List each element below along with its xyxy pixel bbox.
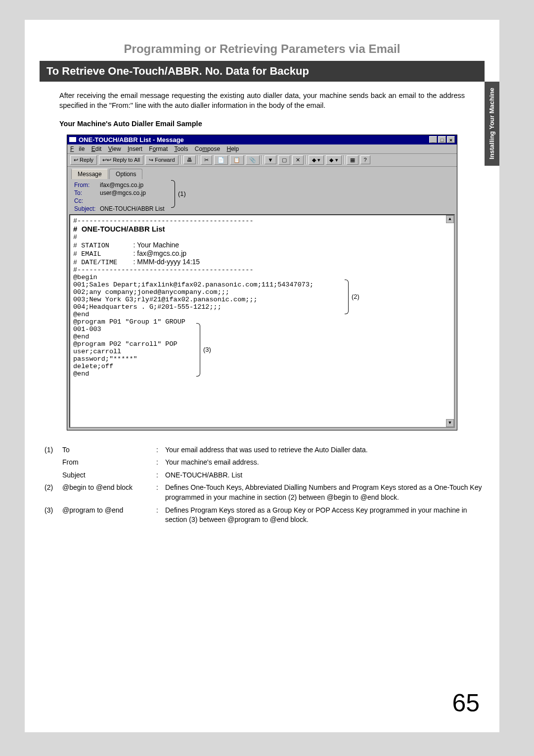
legend-desc: Defines Program Keys stored as a Group K… (165, 506, 487, 525)
restore-button[interactable]: □ (438, 136, 446, 143)
subject-value: ONE-TOUCH/ABBR List (100, 205, 164, 212)
reply-all-button[interactable]: ↩↩ Reply to All (99, 155, 143, 165)
toolbar-separator (306, 155, 307, 164)
menu-file[interactable]: File (70, 145, 85, 152)
paste-button[interactable]: 📋 (230, 155, 244, 165)
legend-num (44, 471, 62, 480)
from-value: ifax@mgcs.co.jp (100, 182, 143, 189)
close-button[interactable]: × (447, 136, 455, 143)
legend-num: (3) (44, 506, 62, 525)
menu-compose[interactable]: Compose (195, 145, 220, 152)
scroll-down[interactable]: ▼ (446, 419, 454, 427)
legend-key: @begin to @end block (62, 483, 156, 502)
window-title: ONE-TOUCH/ABBR List - Message (79, 136, 184, 143)
legend-colon: : (156, 471, 165, 480)
minimize-button[interactable]: _ (429, 136, 437, 143)
legend-row: (1) To : Your email address that was use… (44, 445, 499, 455)
menu-tools[interactable]: Tools (174, 145, 188, 152)
legend-colon: : (156, 458, 165, 468)
menubar: File Edit View Insert Format Tools Compo… (67, 144, 457, 154)
move-button[interactable]: ▢ (278, 155, 290, 165)
attach-button[interactable]: 📎 (246, 155, 260, 165)
copy-button[interactable]: 📄 (214, 155, 228, 165)
page-number: 65 (452, 689, 480, 717)
toolbar-separator (180, 155, 181, 164)
toolbar-separator (344, 155, 345, 164)
legend-key: To (62, 445, 156, 455)
delete-button[interactable]: ✕ (292, 155, 304, 165)
legend-row: Subject : ONE-TOUCH/ABBR. List (44, 471, 499, 480)
to-value: user@mgcs.co.jp (100, 189, 146, 196)
legend-num: (1) (44, 445, 62, 455)
tab-options[interactable]: Options (109, 169, 142, 179)
envelope-icon (69, 137, 76, 142)
subsection-bar: To Retrieve One-Touch/ABBR. No. Data for… (40, 61, 485, 82)
legend-key: @program to @end (62, 506, 156, 525)
menu-edit[interactable]: Edit (91, 145, 102, 152)
tab-message[interactable]: Message (71, 169, 108, 179)
toolbar: ↩ Reply ↩↩ Reply to All ↪ Forward 🖶 ✂ 📄 … (67, 154, 457, 167)
cc-label: Cc: (74, 197, 100, 204)
legend-num: (2) (44, 483, 62, 502)
legend-colon: : (156, 506, 165, 525)
legend-table: (1) To : Your email address that was use… (44, 445, 499, 525)
legend-colon: : (156, 445, 165, 455)
menu-help[interactable]: Help (227, 145, 239, 152)
menu-insert[interactable]: Insert (128, 145, 142, 152)
forward-button[interactable]: ↪ Forward (145, 155, 178, 165)
sidebar-tab: Installing Your Machine (485, 82, 499, 166)
legend-row: From : Your machine's email address. (44, 458, 499, 468)
legend-colon: : (156, 483, 165, 502)
intro-paragraph: After receiving the email message reques… (59, 91, 465, 111)
legend-row: (3) @program to @end : Defines Program K… (44, 506, 499, 525)
message-body: #---------------------------------------… (69, 214, 455, 428)
next-button[interactable]: ◆ ▾ (326, 155, 341, 165)
legend-row: (2) @begin to @end block : Defines One-T… (44, 483, 499, 502)
window-titlebar: ONE-TOUCH/ABBR List - Message _ □ × (67, 135, 457, 144)
legend-desc: Defines One-Touch Keys, Abbreviated Dial… (165, 483, 487, 502)
toolbar-separator (262, 155, 263, 164)
cut-button[interactable]: ✂ (201, 155, 212, 165)
legend-key: From (62, 458, 156, 468)
scroll-up[interactable]: ▲ (446, 215, 454, 223)
legend-num (44, 458, 62, 468)
legend-desc: Your email address that was used to retr… (165, 445, 487, 455)
tabs: Message Options (67, 167, 457, 179)
reply-button[interactable]: ↩ Reply (70, 155, 97, 165)
annotation-2: (2) (345, 280, 359, 314)
annotation-3: (3) (196, 323, 211, 377)
toolbar-separator (198, 155, 199, 164)
annotation-1: (1) (171, 180, 186, 208)
to-label: To: (74, 189, 100, 196)
document-page: Installing Your Machine Programming or R… (25, 20, 499, 732)
cat-button[interactable]: ▦ (347, 155, 358, 165)
sample-label: Your Machine's Auto Dialler Email Sample (59, 120, 465, 128)
flag-button[interactable]: ▼ (265, 155, 277, 164)
legend-desc: Your machine's email address. (165, 458, 487, 468)
legend-desc: ONE-TOUCH/ABBR. List (165, 471, 487, 480)
from-label: From: (74, 182, 100, 189)
message-headers: From:ifax@mgcs.co.jp To:user@mgcs.co.jp … (67, 179, 457, 214)
help-button[interactable]: ? (360, 155, 370, 164)
section-title: Programming or Retrieving Parameters via… (25, 42, 499, 56)
menu-format[interactable]: Format (149, 145, 168, 152)
subject-label: Subject: (74, 205, 100, 212)
legend-key: Subject (62, 471, 156, 480)
email-window: ONE-TOUCH/ABBR List - Message _ □ × File… (67, 135, 457, 430)
print-button[interactable]: 🖶 (183, 155, 196, 164)
menu-view[interactable]: View (108, 145, 121, 152)
prev-button[interactable]: ◆ ▾ (309, 155, 324, 165)
